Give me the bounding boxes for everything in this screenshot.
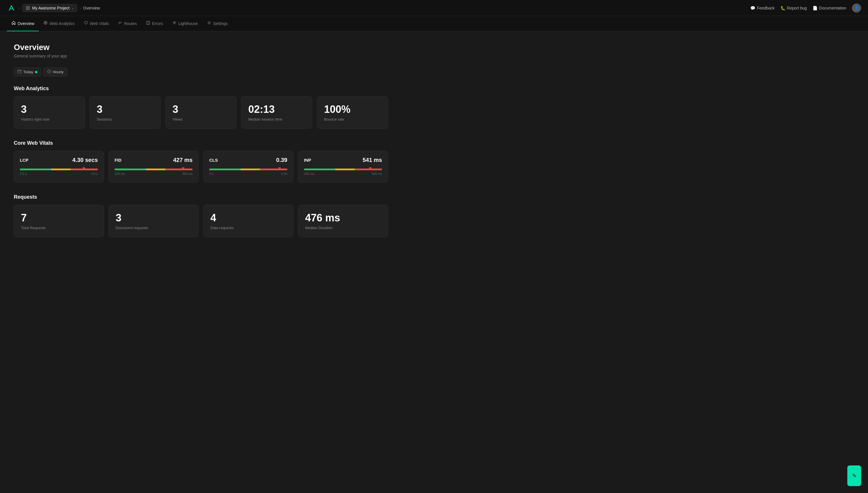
fid-label-1: 100 ms bbox=[114, 172, 125, 175]
nav-left: › My Awesome Project ⌄ › Overview bbox=[7, 3, 100, 13]
data-requests-value: 4 bbox=[210, 212, 286, 224]
total-requests-label: Total Requests bbox=[21, 226, 97, 230]
lcp-score: 4.30 secs bbox=[72, 157, 98, 164]
routes-icon bbox=[118, 21, 122, 26]
sessions-value: 3 bbox=[97, 103, 154, 115]
web-analytics-title: Web Analytics bbox=[14, 86, 388, 92]
lighthouse-icon bbox=[172, 21, 177, 26]
median-duration-card: 476 ms Median Duration bbox=[298, 205, 388, 237]
bounce-rate-card: 100% Bounce rate bbox=[317, 96, 388, 129]
lcp-label-2: 4.0 s bbox=[91, 172, 98, 175]
cls-gauge-labels: 0.1 0.25 bbox=[209, 172, 287, 175]
median-duration-value: 476 ms bbox=[305, 212, 381, 224]
fid-gauge-track bbox=[114, 169, 193, 170]
calendar-icon bbox=[18, 69, 22, 74]
inp-marker-triangle bbox=[369, 167, 372, 170]
project-selector[interactable]: My Awesome Project ⌄ bbox=[22, 4, 77, 12]
gear-icon bbox=[207, 21, 211, 26]
fab-icon: ✎ bbox=[852, 473, 856, 479]
total-requests-value: 7 bbox=[21, 212, 97, 224]
visitors-card: 3 Visitors right now bbox=[14, 96, 85, 129]
tab-lighthouse[interactable]: Lighthouse bbox=[168, 16, 203, 31]
inp-label-1: 200 ms bbox=[304, 172, 314, 175]
cls-gauge-track bbox=[209, 169, 287, 170]
report-bug-button[interactable]: 🐛 Report bug bbox=[780, 6, 807, 10]
inp-card: INP 541 ms 200 ms 500 ms bbox=[298, 151, 388, 183]
tab-web-vitals[interactable]: Web Vitals bbox=[79, 16, 113, 31]
bounce-rate-label: Bounce rate bbox=[324, 117, 381, 122]
core-web-vitals-title: Core Web Vitals bbox=[14, 140, 388, 146]
breadcrumb-sep-icon: › bbox=[80, 6, 81, 10]
vitals-cards: LCP 4.30 secs 2.5 s 4.0 s FID 427 ms bbox=[14, 151, 388, 183]
fid-marker-triangle bbox=[182, 167, 184, 170]
page-title: Overview bbox=[14, 43, 388, 52]
clock-icon bbox=[47, 69, 51, 74]
main-content: Overview General summary of your app Tod… bbox=[0, 31, 402, 260]
visitors-value: 3 bbox=[21, 103, 78, 115]
avatar[interactable]: 👤 bbox=[852, 3, 861, 13]
fid-header: FID 427 ms bbox=[114, 157, 193, 164]
doc-requests-label: Document requests bbox=[116, 226, 192, 230]
cls-label-1: 0.1 bbox=[209, 172, 214, 175]
fid-label-2: 300 ms bbox=[182, 172, 193, 175]
fid-gauge-labels: 100 ms 300 ms bbox=[114, 172, 193, 175]
tab-errors[interactable]: Errors bbox=[141, 16, 168, 31]
filter-bar: Today Hourly bbox=[14, 67, 388, 77]
documentation-button[interactable]: 📄 Documentation bbox=[813, 6, 846, 10]
date-filter-button[interactable]: Today bbox=[14, 67, 41, 77]
inp-gauge-labels: 200 ms 500 ms bbox=[304, 172, 382, 175]
lcp-name: LCP bbox=[20, 158, 28, 163]
lcp-label-1: 2.5 s bbox=[20, 172, 27, 175]
inp-header: INP 541 ms bbox=[304, 157, 382, 164]
requests-cards: 7 Total Requests 3 Document requests 4 D… bbox=[14, 205, 388, 237]
visitors-label: Visitors right now bbox=[21, 117, 78, 122]
cls-label-2: 0.25 bbox=[281, 172, 287, 175]
fid-score: 427 ms bbox=[173, 157, 193, 164]
inp-gauge-track bbox=[304, 169, 382, 170]
fab-button[interactable]: ✎ bbox=[847, 466, 861, 486]
project-icon bbox=[25, 5, 30, 10]
tab-routes[interactable]: Routes bbox=[113, 16, 141, 31]
inp-marker bbox=[369, 167, 372, 170]
tabs-nav: Overview Web Analytics Web Vitals Routes bbox=[0, 16, 868, 31]
cls-gauge: 0.1 0.25 bbox=[209, 169, 287, 175]
tab-web-analytics[interactable]: Web Analytics bbox=[39, 16, 79, 31]
inp-gauge: 200 ms 500 ms bbox=[304, 169, 382, 175]
logo-icon[interactable] bbox=[7, 3, 16, 13]
page-subtitle: General summary of your app bbox=[14, 54, 388, 58]
views-card: 3 Views bbox=[165, 96, 237, 129]
lcp-marker-triangle bbox=[82, 167, 85, 170]
data-requests-label: Data requests bbox=[210, 226, 286, 230]
sessions-card: 3 Sessions bbox=[90, 96, 161, 129]
globe-icon bbox=[43, 21, 48, 26]
svg-point-4 bbox=[209, 22, 210, 24]
cls-card: CLS 0.39 0.1 0.25 bbox=[203, 151, 293, 183]
tab-settings[interactable]: Settings bbox=[202, 16, 232, 31]
cls-header: CLS 0.39 bbox=[209, 157, 287, 164]
cls-marker-triangle bbox=[278, 167, 281, 170]
fid-name: FID bbox=[114, 158, 121, 163]
lcp-gauge-labels: 2.5 s 4.0 s bbox=[20, 172, 98, 175]
cls-marker bbox=[278, 167, 281, 170]
median-duration-label: Median Duration bbox=[305, 226, 381, 230]
sessions-label: Sessions bbox=[97, 117, 154, 122]
total-requests-card: 7 Total Requests bbox=[14, 205, 104, 237]
inp-label-2: 500 ms bbox=[372, 172, 382, 175]
tab-overview[interactable]: Overview bbox=[7, 16, 39, 31]
data-requests-card: 4 Data requests bbox=[203, 205, 293, 237]
fid-card: FID 427 ms 100 ms 300 ms bbox=[109, 151, 199, 183]
errors-icon bbox=[146, 21, 150, 26]
message-icon: 💬 bbox=[750, 6, 755, 10]
lcp-card: LCP 4.30 secs 2.5 s 4.0 s bbox=[14, 151, 104, 183]
lcp-header: LCP 4.30 secs bbox=[20, 157, 98, 164]
nav-chevron-icon: › bbox=[18, 6, 20, 10]
web-analytics-cards: 3 Visitors right now 3 Sessions 3 Views … bbox=[14, 96, 388, 129]
period-filter-button[interactable]: Hourly bbox=[43, 67, 67, 77]
doc-icon: 📄 bbox=[813, 6, 818, 10]
feedback-button[interactable]: 💬 Feedback bbox=[750, 6, 774, 10]
lcp-gauge-track bbox=[20, 169, 98, 170]
project-chevron-icon: ⌄ bbox=[71, 6, 74, 10]
fid-marker bbox=[182, 167, 184, 170]
lcp-gauge: 2.5 s 4.0 s bbox=[20, 169, 98, 175]
top-nav: › My Awesome Project ⌄ › Overview 💬 Feed… bbox=[0, 0, 868, 16]
